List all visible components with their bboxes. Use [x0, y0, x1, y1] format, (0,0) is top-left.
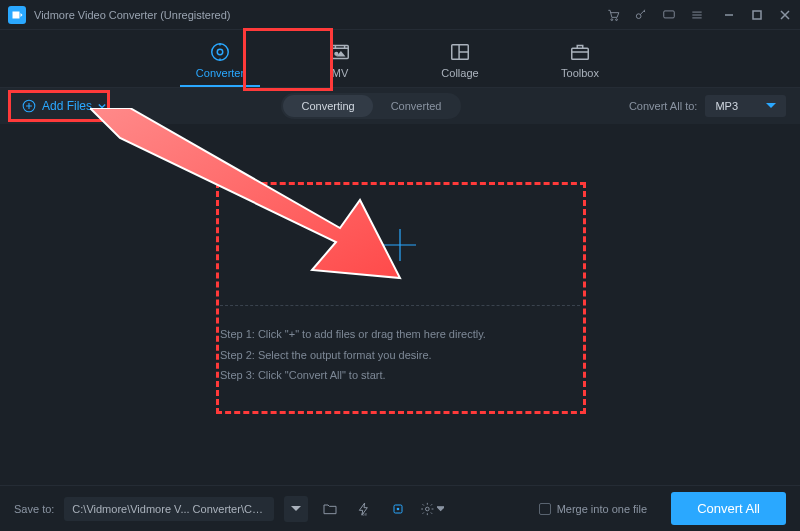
mv-icon — [329, 41, 351, 63]
high-speed-button[interactable] — [386, 497, 410, 521]
titlebar: Vidmore Video Converter (Unregistered) — [0, 0, 800, 30]
main-nav: Converter MV Collage Toolbox — [0, 30, 800, 88]
minimize-button[interactable] — [722, 8, 736, 22]
toolbox-icon — [569, 41, 591, 63]
add-files-label: Add Files — [42, 99, 92, 113]
converter-icon — [209, 41, 231, 63]
tab-collage[interactable]: Collage — [420, 41, 500, 87]
merge-label: Merge into one file — [557, 503, 648, 515]
save-path-dropdown[interactable] — [284, 496, 308, 522]
tab-label: Converter — [196, 67, 244, 79]
segment-converting[interactable]: Converting — [283, 95, 372, 117]
tab-label: Toolbox — [561, 67, 599, 79]
collage-icon — [449, 41, 471, 63]
app-title: Vidmore Video Converter (Unregistered) — [34, 9, 230, 21]
add-files-plus-button[interactable] — [378, 223, 422, 267]
step-text: Step 3: Click "Convert All" to start. — [220, 365, 580, 386]
menu-icon[interactable] — [690, 8, 704, 22]
tab-converter[interactable]: Converter — [180, 41, 260, 87]
checkbox-icon — [539, 503, 551, 515]
chevron-down-icon — [766, 101, 776, 111]
settings-button[interactable] — [420, 497, 444, 521]
save-path-field[interactable]: C:\Vidmore\Vidmore V... Converter\Conver… — [64, 497, 274, 521]
sub-toolbar: Add Files Converting Converted Convert A… — [0, 88, 800, 124]
format-selected-value: MP3 — [715, 100, 738, 112]
svg-rect-10 — [572, 48, 589, 59]
svg-point-14 — [397, 507, 400, 510]
step-text: Step 2: Select the output format you des… — [220, 345, 580, 366]
output-format-select[interactable]: MP3 — [705, 95, 786, 117]
key-icon[interactable] — [634, 8, 648, 22]
step-text: Step 1: Click "+" to add files or drag t… — [220, 324, 580, 345]
feedback-icon[interactable] — [662, 8, 676, 22]
svg-point-5 — [212, 44, 229, 61]
chevron-down-icon — [98, 102, 106, 110]
svg-point-2 — [636, 13, 641, 18]
open-folder-button[interactable] — [318, 497, 342, 521]
hardware-accel-button[interactable]: Off — [352, 497, 376, 521]
svg-point-1 — [616, 18, 618, 20]
maximize-button[interactable] — [750, 8, 764, 22]
divider — [220, 305, 580, 306]
svg-point-6 — [217, 49, 223, 55]
tab-label: MV — [332, 67, 349, 79]
convert-all-button[interactable]: Convert All — [671, 492, 786, 525]
segment-converted[interactable]: Converted — [373, 95, 460, 117]
svg-text:Off: Off — [362, 511, 368, 516]
main-area: Step 1: Click "+" to add files or drag t… — [0, 124, 800, 485]
instructions: Step 1: Click "+" to add files or drag t… — [220, 324, 580, 387]
svg-rect-4 — [753, 11, 761, 19]
bottom-bar: Save to: C:\Vidmore\Vidmore V... Convert… — [0, 485, 800, 531]
merge-checkbox[interactable]: Merge into one file — [539, 503, 648, 515]
svg-point-15 — [426, 507, 430, 511]
dropzone[interactable]: Step 1: Click "+" to add files or drag t… — [220, 223, 580, 387]
cart-icon[interactable] — [606, 8, 620, 22]
add-files-button[interactable]: Add Files — [14, 95, 114, 117]
app-logo-icon — [8, 6, 26, 24]
plus-circle-icon — [22, 99, 36, 113]
tab-mv[interactable]: MV — [300, 41, 380, 87]
svg-point-0 — [611, 18, 613, 20]
svg-point-8 — [335, 52, 338, 55]
tab-toolbox[interactable]: Toolbox — [540, 41, 620, 87]
close-button[interactable] — [778, 8, 792, 22]
save-to-label: Save to: — [14, 503, 54, 515]
tab-label: Collage — [441, 67, 478, 79]
convert-all-to-label: Convert All to: — [629, 100, 697, 112]
conversion-segment: Converting Converted — [281, 93, 461, 119]
